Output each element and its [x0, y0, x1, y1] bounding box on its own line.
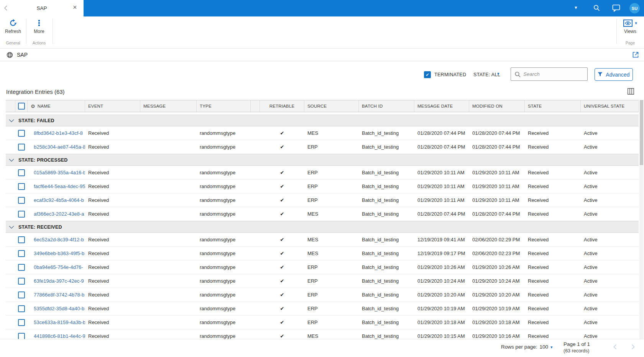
column-header-message-date-label: MESSAGE DATE: [417, 104, 453, 108]
row-checkbox[interactable]: [18, 197, 25, 204]
column-header-type[interactable]: TYPE: [197, 100, 251, 112]
column-header-event[interactable]: EVENT: [85, 100, 140, 112]
refresh-button[interactable]: Refresh: [2, 18, 24, 34]
name-cell: 5355dfd2-35d8-4a40-b: [28, 306, 85, 311]
column-header-batch-id-label: BATCH ID: [362, 104, 383, 108]
row-checkbox[interactable]: [18, 169, 25, 176]
row-checkbox[interactable]: [18, 319, 25, 326]
column-header-name[interactable]: ⚙NAME: [28, 100, 85, 112]
app-menu-caret-icon[interactable]: ▾: [575, 5, 577, 10]
row-checkbox[interactable]: [18, 305, 25, 312]
state-filter-caret-icon[interactable]: ▾: [497, 71, 499, 76]
table-row[interactable]: 349e6beb-b363-49f5-bReceivedrandommsgtyp…: [6, 247, 639, 260]
table-row[interactable]: facf6e44-5eaa-4dec-95Receivedrandommsgty…: [6, 180, 639, 193]
rows-per-page-control[interactable]: Rows per page:100▾: [501, 344, 553, 350]
row-checkbox[interactable]: [18, 278, 25, 285]
vertical-scrollbar[interactable]: [639, 100, 644, 339]
event-cell: Received: [85, 333, 140, 339]
rows-per-page-caret-icon[interactable]: ▾: [550, 345, 553, 349]
next-page-icon[interactable]: [631, 344, 636, 352]
row-checkbox[interactable]: [18, 236, 25, 243]
type-cell: randommsgtype: [197, 292, 251, 298]
row-checkbox[interactable]: [18, 144, 25, 151]
global-search-icon[interactable]: [593, 4, 601, 14]
table-row[interactable]: b258c304-ae87-445a-8Receivedrandommsgtyp…: [6, 140, 639, 154]
group-header-row[interactable]: STATE: RECEIVED: [6, 221, 639, 233]
header-spacer[interactable]: [251, 100, 260, 112]
table-row[interactable]: 63fe19da-397c-42ec-9Receivedrandommsgtyp…: [6, 274, 639, 288]
table-row[interactable]: af366ec3-2022-43e8-aReceivedrandommsgtyp…: [6, 207, 639, 221]
entry-name-link[interactable]: 77866e8f-3742-4b78-b: [34, 292, 84, 298]
table-row[interactable]: 77866e8f-3742-4b78-bReceivedrandommsgtyp…: [6, 288, 639, 302]
row-checkbox[interactable]: [18, 333, 25, 339]
feedback-chat-icon[interactable]: [612, 4, 620, 13]
search-input[interactable]: [523, 68, 586, 80]
row-checkbox[interactable]: [18, 211, 25, 218]
group-header-row[interactable]: STATE: PROCESSED: [6, 154, 639, 166]
close-icon[interactable]: ×: [73, 3, 77, 11]
row-checkbox[interactable]: [18, 250, 25, 257]
advanced-filter-button[interactable]: Advanced: [595, 68, 633, 81]
batch-id-cell: Batch_id_testing: [359, 251, 414, 256]
entry-name-link[interactable]: 441898c6-81b1-4e4c-9: [34, 333, 85, 339]
row-checkbox-cell: [15, 144, 28, 151]
entry-name-link[interactable]: facf6e44-5eaa-4dec-95: [34, 183, 85, 189]
row-checkbox[interactable]: [18, 130, 25, 137]
table-row[interactable]: 53ce633a-8159-4a3b-bReceivedrandommsgtyp…: [6, 316, 639, 329]
column-header-modified-on[interactable]: MODIFIED ON: [469, 100, 525, 112]
avatar[interactable]: SU: [629, 3, 640, 13]
column-header-state[interactable]: STATE: [525, 100, 581, 112]
entry-name-link[interactable]: b258c304-ae87-445a-8: [34, 144, 85, 150]
more-button[interactable]: More: [28, 18, 50, 34]
check-icon: ✔: [280, 333, 284, 339]
entry-name-link[interactable]: 53ce633a-8159-4a3b-b: [34, 319, 85, 325]
popout-icon[interactable]: [632, 52, 639, 59]
source-cell: ERP: [304, 264, 359, 270]
group-header-row[interactable]: STATE: FAILED: [6, 115, 639, 126]
table-row[interactable]: 015a5869-355a-4a16-bReceivedrandommsgtyp…: [6, 166, 639, 180]
universal-state-cell: Active: [581, 292, 639, 298]
column-header-message[interactable]: MESSAGE: [140, 100, 197, 112]
source-cell: MES: [304, 237, 359, 242]
previous-page-icon[interactable]: [613, 344, 618, 352]
table-row[interactable]: 5355dfd2-35d8-4a40-bReceivedrandommsgtyp…: [6, 302, 639, 316]
column-header-source[interactable]: SOURCE: [304, 100, 359, 112]
table-row[interactable]: 8fbd3642-b1e3-43cf-8Receivedrandommsgtyp…: [6, 126, 639, 140]
entry-name-link[interactable]: ecaf3c92-4b5a-4064-b: [34, 197, 84, 203]
column-header-batch-id[interactable]: BATCH ID: [359, 100, 414, 112]
table-row[interactable]: 441898c6-81b1-4e4c-9Receivedrandommsgtyp…: [6, 329, 639, 339]
select-all-checkbox[interactable]: [18, 103, 25, 110]
entry-name-link[interactable]: 0ba94e65-754e-4d76-: [34, 264, 83, 270]
table-row[interactable]: 6ec52a2d-8c39-4f12-bReceivedrandommsgtyp…: [6, 233, 639, 247]
row-checkbox[interactable]: [18, 291, 25, 298]
column-header-message-date[interactable]: MESSAGE DATE: [414, 100, 469, 112]
entry-name-link[interactable]: 8fbd3642-b1e3-43cf-8: [34, 130, 83, 136]
batch-id-cell: Batch_id_testing: [359, 211, 414, 217]
row-checkbox[interactable]: [18, 183, 25, 190]
browser-tab[interactable]: SAP ×: [0, 0, 84, 16]
state-filter-dropdown[interactable]: STATE: ALL: [473, 72, 500, 77]
type-cell: randommsgtype: [197, 319, 251, 325]
rows-per-page-value[interactable]: 100: [540, 344, 549, 350]
entry-name-link[interactable]: 349e6beb-b363-49f5-b: [34, 251, 84, 256]
column-header-retriable[interactable]: RETRIABLE: [260, 100, 304, 112]
column-chooser-icon[interactable]: [628, 88, 634, 96]
views-button[interactable]: ▾ Views: [619, 18, 641, 34]
scrollbar-thumb[interactable]: [640, 100, 643, 165]
table-row[interactable]: 0ba94e65-754e-4d76-Receivedrandommsgtype…: [6, 260, 639, 274]
entry-name-link[interactable]: 6ec52a2d-8c39-4f12-b: [34, 237, 84, 242]
entry-name-link[interactable]: af366ec3-2022-43e8-a: [34, 211, 84, 217]
column-header-universal-state[interactable]: UNIVERSAL STATE: [581, 100, 639, 112]
message-date-cell: 12/19/2019 09:41 AM: [414, 237, 469, 242]
entry-name-link[interactable]: 015a5869-355a-4a16-b: [34, 170, 85, 175]
entry-name-link[interactable]: 5355dfd2-35d8-4a40-b: [34, 306, 84, 311]
message-date-cell: 01/28/2020 07:44 PM: [414, 130, 469, 136]
breadcrumb[interactable]: SAP: [17, 49, 28, 61]
header-gutter[interactable]: [6, 100, 15, 112]
terminated-checkbox[interactable]: [424, 71, 431, 78]
modified-on-cell: 01/28/2020 07:44 PM: [469, 211, 525, 217]
row-checkbox[interactable]: [18, 264, 25, 271]
batch-id-cell: Batch_id_testing: [359, 292, 414, 298]
table-row[interactable]: ecaf3c92-4b5a-4064-bReceivedrandommsgtyp…: [6, 193, 639, 207]
entry-name-link[interactable]: 63fe19da-397c-42ec-9: [34, 278, 84, 284]
